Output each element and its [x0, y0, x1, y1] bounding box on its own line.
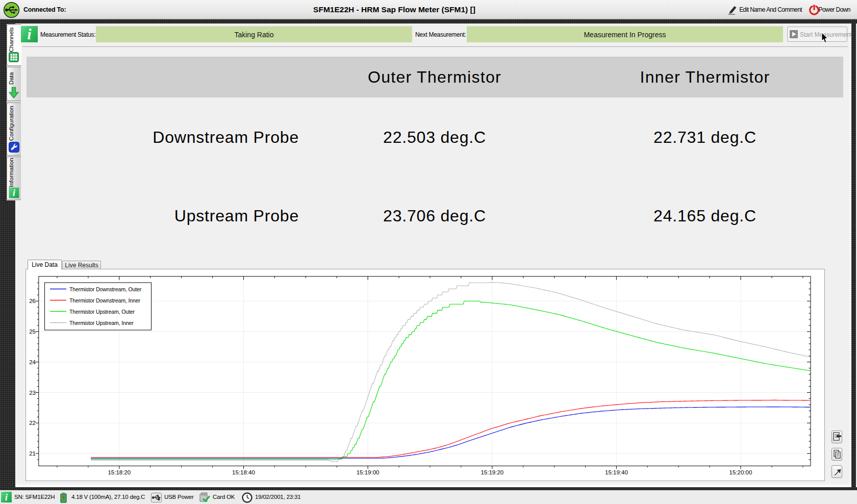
svg-text:23: 23 [29, 390, 36, 396]
svg-text:Thermistor Downstream, Inner: Thermistor Downstream, Inner [69, 297, 140, 304]
svg-text:15:18:20: 15:18:20 [108, 469, 131, 475]
svg-text:25: 25 [29, 329, 36, 335]
svg-text:15:19:00: 15:19:00 [357, 469, 380, 475]
svg-text:15:20:00: 15:20:00 [729, 469, 752, 475]
svg-text:Thermistor Upstream, Inner: Thermistor Upstream, Inner [69, 320, 134, 326]
svg-text:21: 21 [29, 450, 36, 457]
svg-text:22: 22 [29, 420, 36, 426]
svg-text:Thermistor Upstream, Outer: Thermistor Upstream, Outer [69, 309, 135, 315]
svg-text:26: 26 [29, 298, 36, 304]
svg-text:Thermistor Downstream, Outer: Thermistor Downstream, Outer [69, 286, 142, 292]
svg-text:24: 24 [29, 359, 36, 365]
svg-text:15:19:40: 15:19:40 [605, 469, 628, 475]
svg-text:15:18:40: 15:18:40 [232, 469, 255, 475]
svg-text:15:19:20: 15:19:20 [481, 469, 503, 475]
